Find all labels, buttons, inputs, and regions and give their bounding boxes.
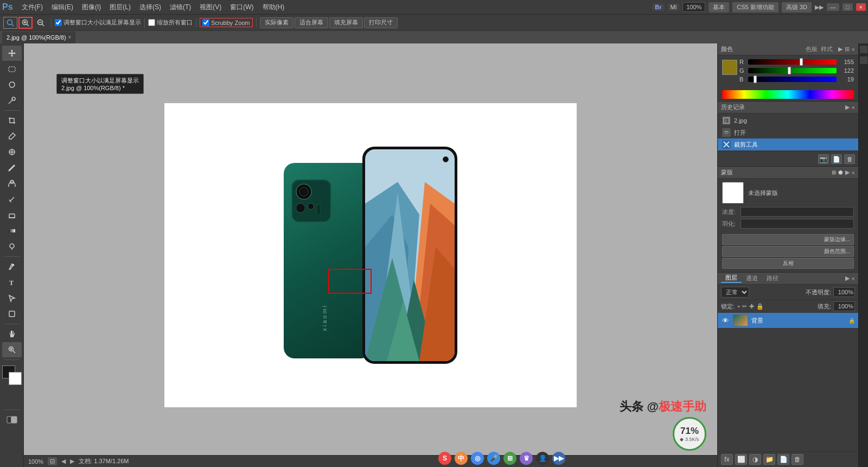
mask-panel-collapse[interactable]: × [852,169,855,176]
close-btn[interactable]: × [856,3,866,11]
tool-dodge[interactable] [2,239,22,254]
tool-lasso[interactable] [2,77,22,92]
nav-right[interactable]: ▶ [70,458,74,465]
lock-all-btn[interactable]: 🔒 [756,303,764,310]
zoom-out-btn[interactable] [34,17,48,29]
tool-eyedropper[interactable] [2,129,22,144]
history-new-doc-btn[interactable]: 📄 [831,154,842,164]
menu-file[interactable]: 文件(F) [17,0,47,14]
history-delete-btn[interactable]: 🗑 [844,154,855,164]
tool-gradient[interactable] [2,223,22,238]
channel-r-slider[interactable] [748,59,837,65]
color-panel-collapse[interactable]: × [852,46,855,53]
mask-density-input[interactable] [741,207,854,217]
lock-transparent-btn[interactable]: ▪ [738,303,740,310]
color-preview[interactable] [722,60,737,75]
menu-window[interactable]: 窗口(W) [226,0,258,14]
lock-pixels-btn[interactable]: ✏ [742,303,747,310]
layers-panel-collapse[interactable]: × [852,275,855,282]
tab-close-btn[interactable]: × [68,34,72,40]
history-item-0[interactable]: J 2.jpg [718,115,858,127]
channel-g-slider[interactable] [748,68,837,73]
background-color[interactable] [9,372,22,385]
far-right-btn-2[interactable] [860,56,867,64]
color-panel-expand[interactable]: ⊞ [845,46,850,53]
layer-new-btn[interactable]: 📄 [777,454,789,465]
tool-path-select[interactable] [2,291,22,306]
mask-feather-input[interactable] [741,219,854,229]
blend-mode-select[interactable]: 正常 [721,287,749,298]
paths-tab[interactable]: 路径 [762,274,783,282]
tool-brush[interactable] [2,160,22,175]
workspace-3d[interactable]: 高级 3D [782,2,812,12]
fit-screen-btn[interactable]: 适合屏幕 [295,17,328,28]
history-new-snapshot-btn[interactable]: 📷 [818,154,829,164]
taskbar-icon-crown[interactable]: ♛ [520,452,533,465]
taskbar-icon-person[interactable]: 👤 [536,452,549,465]
tool-heal[interactable] [2,144,22,160]
opacity-input[interactable] [833,287,855,297]
menu-edit[interactable]: 编辑(E) [47,0,78,14]
scrubby-zoom-checkbox[interactable]: Scrubby Zoom [200,18,253,27]
menu-image[interactable]: 图像(I) [78,0,105,14]
history-item-1[interactable]: 打开 [718,127,858,138]
channel-b-slider[interactable] [748,77,837,82]
zoom-in-btn[interactable] [18,17,33,29]
zoom-tool-btn[interactable] [3,17,17,29]
layer-adjustment-btn[interactable]: ◑ [749,454,761,465]
taskbar-icon-expand[interactable]: ▶▶ [552,452,565,465]
zoom-all-windows-checkbox[interactable]: 缩放所有窗口 [148,18,193,27]
workspace-cs5new[interactable]: CS5 新增功能 [732,2,778,12]
menu-filter[interactable]: 滤镜(T) [165,0,195,14]
channels-tab[interactable]: 通道 [742,274,762,282]
fill-screen-btn[interactable]: 填充屏幕 [329,17,363,28]
history-item-2[interactable]: 裁剪工具 [718,138,858,150]
menu-help[interactable]: 帮助(H) [258,0,289,14]
color-panel-menu[interactable]: ▶ [838,46,843,53]
tool-shape[interactable] [2,306,22,321]
taskbar-icon-circle[interactable]: ◎ [471,452,484,465]
taskbar-icon-zh[interactable]: 中 [455,452,468,465]
mask-panel-menu[interactable]: ▶ [845,169,850,176]
layer-style-btn[interactable]: fx [721,454,733,465]
color-tab-styles[interactable]: 样式 [821,45,833,53]
tool-eraser[interactable] [2,207,22,223]
tool-magic-wand[interactable] [2,93,22,108]
menu-layer[interactable]: 图层(L) [105,0,135,14]
mask-edge-btn[interactable]: 蒙版边缘... [722,234,854,245]
mask-add-vector-btn[interactable]: ⬟ [838,169,843,175]
mask-add-pixel-btn[interactable]: ⊞ [832,169,836,175]
tool-zoom[interactable] [2,342,22,357]
minimize-btn[interactable]: — [827,3,839,11]
layers-panel-menu[interactable]: ▶ [845,275,850,282]
actual-pixels-btn[interactable]: 实际像素 [260,17,293,28]
mask-invert-btn[interactable]: 反相 [722,258,854,269]
history-panel-collapse[interactable]: × [852,104,855,111]
nav-left[interactable]: ◀ [61,458,66,465]
fill-input[interactable] [833,301,855,311]
tool-marquee[interactable] [2,61,22,77]
menu-view[interactable]: 视图(V) [195,0,226,14]
far-right-btn-1[interactable] [860,46,867,53]
layer-group-btn[interactable]: 📁 [763,454,775,465]
print-size-btn[interactable]: 打印尺寸 [364,17,398,28]
workspace-basic[interactable]: 基本 [709,2,729,12]
taskbar-icon-s[interactable]: S [438,452,451,465]
tool-crop[interactable] [2,113,22,128]
layer-item-0[interactable]: 👁 背景 🔒 [718,313,858,329]
history-panel-menu[interactable]: ▶ [845,104,850,111]
lock-position-btn[interactable]: ✚ [749,303,754,310]
tool-hand[interactable] [2,326,22,342]
maximize-btn[interactable]: □ [843,3,853,11]
taskbar-icon-grid[interactable]: ⊞ [503,452,516,465]
tool-move[interactable] [2,46,22,61]
tool-pen[interactable] [2,259,22,274]
resize-window-checkbox[interactable]: 调整窗口大小以满足屏幕显示 [55,18,141,27]
mask-panel-header[interactable]: 蒙版 ⊞ ⬟ ▶ × [718,167,858,179]
tab-2jpg[interactable]: 2.jpg @ 100%(RGB/8) × [2,31,75,43]
zoom-fit-btn[interactable]: ⊡ [48,457,57,465]
tool-history-brush[interactable] [2,192,22,207]
mini-btn[interactable]: Ml [668,3,680,11]
expand-icon[interactable]: ▶▶ [815,4,824,11]
bridge-icon[interactable]: Br [652,3,664,11]
